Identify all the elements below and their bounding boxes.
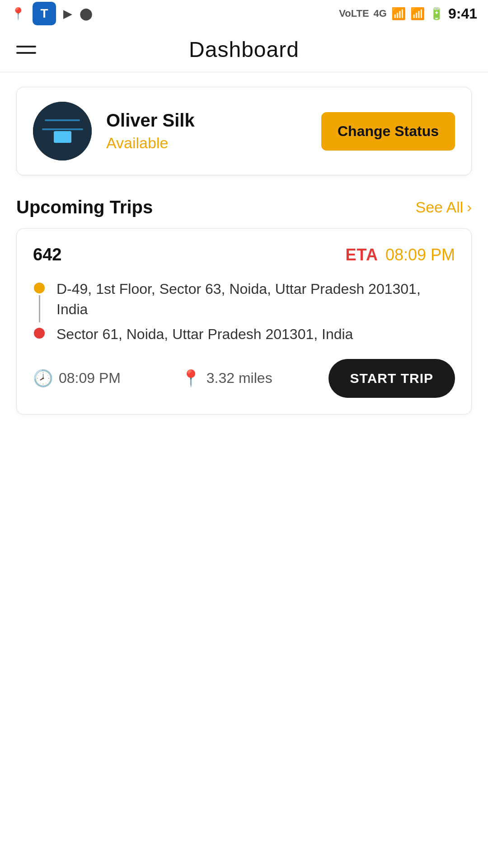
menu-line-2 (16, 52, 36, 54)
route-line (39, 295, 40, 322)
status-time: 9:41 (448, 5, 477, 22)
start-trip-button[interactable]: START TRIP (328, 359, 455, 398)
trip-route: D-49, 1st Floor, Sector 63, Noida, Uttar… (33, 279, 455, 344)
volte-icon: VoLTE (339, 8, 369, 19)
driver-status: Available (106, 134, 321, 152)
battery-icon: 🔋 (429, 7, 444, 21)
network-4g-icon: 4G (374, 8, 387, 19)
header: Dashboard (0, 27, 488, 72)
change-status-button[interactable]: Change Status (321, 112, 455, 151)
eta-label: ETA (346, 245, 378, 264)
menu-line-1 (16, 46, 36, 47)
eta-time: 08:09 PM (385, 245, 455, 264)
pickup-dot (34, 283, 45, 293)
avatar-map-bg (33, 102, 92, 160)
location-icon: 📍 (11, 7, 25, 21)
driver-avatar (33, 102, 92, 160)
pickup-dot-col (33, 279, 46, 324)
distance-pin-icon: 📍 (181, 369, 201, 388)
signal2-icon: 📶 (410, 7, 425, 21)
trip-eta-container: ETA 08:09 PM (346, 245, 455, 264)
driver-name: Oliver Silk (106, 110, 321, 131)
avatar-car (54, 131, 71, 143)
status-bar: 📍 T ▶ ⬤ VoLTE 4G 📶 📶 🔋 9:41 (0, 0, 488, 27)
app-icon: T (33, 2, 56, 25)
see-all-button[interactable]: See All › (415, 198, 472, 216)
chevron-right-icon: › (467, 199, 472, 216)
trip-distance-text: 3.32 miles (206, 370, 272, 387)
circle-icon: ⬤ (80, 7, 93, 21)
dropoff-dot (34, 328, 45, 339)
pickup-address: D-49, 1st Floor, Sector 63, Noida, Uttar… (56, 279, 455, 320)
menu-button[interactable] (16, 46, 36, 54)
page-title: Dashboard (189, 37, 299, 62)
see-all-label: See All (415, 198, 463, 216)
media-icon: ▶ (63, 7, 72, 21)
trip-card-header: 642 ETA 08:09 PM (33, 245, 455, 264)
trip-footer: 🕗 08:09 PM 📍 3.32 miles START TRIP (33, 359, 455, 398)
driver-info: Oliver Silk Available (106, 110, 321, 152)
upcoming-trips-header: Upcoming Trips See All › (16, 197, 472, 217)
signal-icon: 📶 (391, 7, 406, 21)
upcoming-trips-title: Upcoming Trips (16, 197, 153, 217)
driver-card: Oliver Silk Available Change Status (16, 87, 472, 175)
pickup-route-item: D-49, 1st Floor, Sector 63, Noida, Uttar… (33, 279, 455, 324)
dropoff-dot-col (33, 324, 46, 339)
trip-distance-info: 📍 3.32 miles (181, 369, 328, 388)
status-bar-right: VoLTE 4G 📶 📶 🔋 9:41 (339, 5, 477, 22)
trip-id: 642 (33, 245, 61, 264)
status-bar-left: 📍 T ▶ ⬤ (11, 2, 93, 25)
trip-time-info: 🕗 08:09 PM (33, 369, 181, 388)
trip-card: 642 ETA 08:09 PM D-49, 1st Floor, Sector… (16, 228, 472, 415)
trip-time-text: 08:09 PM (59, 370, 121, 387)
clock-icon: 🕗 (33, 369, 53, 388)
dropoff-address: Sector 61, Noida, Uttar Pradesh 201301, … (56, 324, 455, 344)
dropoff-route-item: Sector 61, Noida, Uttar Pradesh 201301, … (33, 324, 455, 344)
